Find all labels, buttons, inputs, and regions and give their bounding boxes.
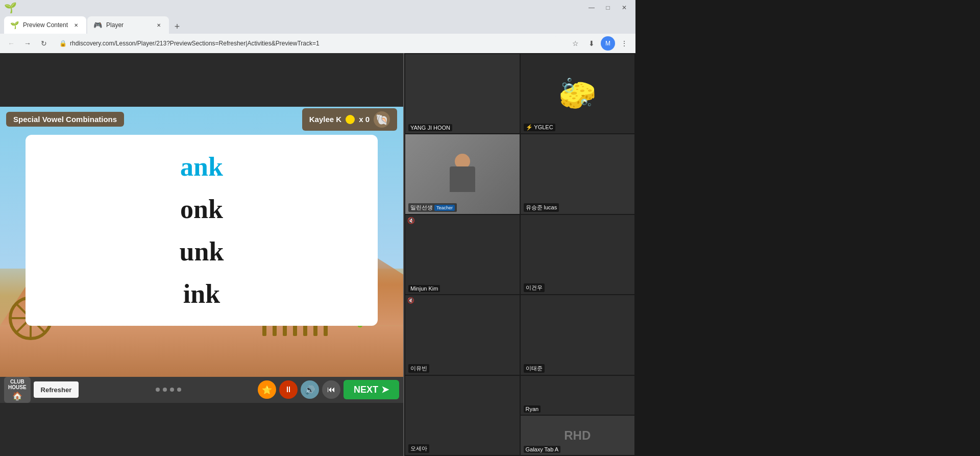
tab-label-player: Player: [106, 21, 124, 29]
participant-name-yang-ji-hoon: YANG JI HOON: [408, 124, 452, 131]
video-cell-lee-tae-joon: 이태준: [521, 295, 635, 374]
yglec-icon: ⚡: [526, 124, 533, 130]
word-unk[interactable]: unk: [180, 236, 224, 267]
coin-count: x 0: [359, 115, 370, 124]
game-area: Special Vowel Combinations Kaylee K x 0 …: [0, 53, 403, 456]
participant-name-lee-gun-woo: 이건우: [524, 283, 545, 292]
next-arrow-icon: ➤: [381, 384, 389, 395]
window-controls: — □ ✕: [584, 1, 631, 15]
forward-button[interactable]: →: [20, 36, 35, 51]
progress-dot-4: [177, 388, 181, 392]
maximize-button[interactable]: □: [601, 1, 615, 15]
skip-back-button[interactable]: ⏮: [322, 380, 340, 399]
url-field[interactable]: 🔒 rhdiscovery.com/Lesson/Player/213?Prev…: [53, 36, 562, 51]
coin-icon: [346, 115, 355, 124]
participant-name-galaxy-tab: Galaxy Tab A: [524, 446, 561, 453]
progress-dots: [82, 388, 255, 392]
video-placeholder-yang: [405, 54, 520, 133]
lock-icon: 🔒: [59, 40, 67, 47]
progress-dot-1: [156, 388, 160, 392]
video-placeholder-minjun: [405, 215, 520, 294]
video-cell-minjun: 🔇 Minjun Kim: [405, 215, 520, 294]
next-label: NEXT: [354, 385, 378, 395]
tabs-bar: 🌱 Preview Content ✕ 🎮 Player ✕ +: [0, 15, 635, 34]
teacher-video-display: [405, 134, 520, 213]
menu-button[interactable]: ⋮: [617, 36, 631, 51]
progress-dot-2: [163, 388, 167, 392]
tab-favicon-player: 🎮: [93, 21, 102, 29]
video-cell-yang-ji-hoon: YANG JI HOON: [405, 54, 520, 133]
next-button[interactable]: NEXT ➤: [344, 380, 399, 399]
video-cell-ryan: Ryan: [521, 376, 635, 415]
house-icon: 🏠: [12, 391, 22, 401]
tab-favicon-preview: 🌱: [10, 21, 19, 29]
tab-close-player[interactable]: ✕: [155, 21, 163, 29]
player-avatar: 🐚: [374, 111, 390, 128]
participant-name-lee-yu-bin: 이유빈: [408, 364, 429, 373]
video-placeholder-lucas: [521, 134, 635, 213]
app-logo: 🌱: [4, 2, 17, 14]
progress-dot-3: [170, 388, 174, 392]
participant-name-lee-tae-joon: 이태준: [524, 364, 545, 373]
tab-player[interactable]: 🎮 Player ✕: [87, 16, 169, 34]
black-sidebar: [635, 0, 980, 456]
participant-name-yglec: ⚡ YGLEC: [524, 124, 555, 131]
mic-muted-minjun: 🔇: [407, 217, 415, 224]
section-refresher-button[interactable]: Refresher: [34, 381, 79, 398]
participant-name-ryan: Ryan: [524, 405, 541, 413]
profile-button[interactable]: M: [601, 36, 615, 51]
word-ank[interactable]: ank: [180, 152, 223, 182]
video-cell-lee-gun-woo: 이건우: [521, 215, 635, 294]
star-button[interactable]: ⭐: [258, 380, 276, 399]
participant-name-teacher: 밀린선생 Teacher: [408, 203, 457, 212]
word-ink[interactable]: ink: [183, 279, 220, 309]
close-button[interactable]: ✕: [617, 1, 631, 15]
spongebob-avatar: 🧽: [558, 76, 597, 112]
lesson-title-label: Special Vowel Combinations: [6, 112, 124, 127]
browser-actions: ☆ ⬇ M ⋮: [568, 36, 631, 51]
refresh-button[interactable]: ↻: [37, 36, 51, 51]
mic-muted-lee-yu-bin: 🔇: [407, 297, 414, 304]
browser-window: 🌱 — □ ✕ 🌱 Preview Content ✕ 🎮 Player ✕ +…: [0, 0, 635, 456]
participant-name-oh-se-ah: 오세아: [408, 444, 429, 453]
participant-name-lucas: 유승준 lucas: [524, 203, 559, 212]
clubhouse-button[interactable]: CLUBHOUSE 🏠: [4, 377, 31, 403]
content-area: Special Vowel Combinations Kaylee K x 0 …: [0, 53, 635, 456]
video-cell-lee-yu-bin: 🔇 이유빈: [405, 295, 520, 374]
game-header: Special Vowel Combinations Kaylee K x 0 …: [0, 107, 403, 132]
video-cell-lucas: 유승준 lucas: [521, 134, 635, 213]
game-scene: Special Vowel Combinations Kaylee K x 0 …: [0, 107, 403, 377]
new-tab-button[interactable]: +: [170, 19, 184, 34]
pause-icon: ⏸: [284, 385, 292, 394]
back-button[interactable]: ←: [4, 36, 18, 51]
word-onk[interactable]: onk: [180, 194, 223, 224]
player-info-panel: Kaylee K x 0 🐚: [302, 108, 397, 131]
bottom-right-cells: Ryan RHD Galaxy Tab A: [521, 376, 635, 455]
address-bar: ← → ↻ 🔒 rhdiscovery.com/Lesson/Player/21…: [0, 34, 635, 53]
video-placeholder-lee-gun-woo: [521, 215, 635, 294]
video-cell-galaxy-tab: RHD Galaxy Tab A: [521, 416, 635, 455]
teacher-body: [450, 166, 475, 192]
game-frame: Special Vowel Combinations Kaylee K x 0 …: [0, 107, 403, 403]
video-placeholder-oh-se-ah: [405, 376, 520, 455]
teacher-silhouette: [447, 154, 478, 195]
teacher-badge: Teacher: [434, 205, 455, 211]
game-controls-bar: CLUBHOUSE 🏠 Refresher: [0, 377, 403, 403]
pause-button[interactable]: ⏸: [279, 380, 298, 399]
volume-button[interactable]: 🔊: [301, 380, 319, 399]
word-card: ank onk unk ink: [26, 135, 378, 326]
tab-close-preview[interactable]: ✕: [72, 21, 80, 29]
video-panel: YANG JI HOON 🧽 ⚡ YGLEC: [404, 53, 635, 456]
game-wrapper: Special Vowel Combinations Kaylee K x 0 …: [0, 53, 403, 456]
screenshot-button[interactable]: ⬇: [584, 36, 599, 51]
tab-preview-content[interactable]: 🌱 Preview Content ✕: [4, 16, 86, 34]
video-placeholder-lee-tae-joon: [521, 295, 635, 374]
clubhouse-label: CLUBHOUSE: [8, 379, 27, 390]
video-cell-oh-se-ah: 오세아: [405, 376, 520, 455]
galaxy-logo: RHD: [564, 428, 591, 443]
participant-name-minjun: Minjun Kim: [408, 285, 440, 292]
url-text: rhdiscovery.com/Lesson/Player/213?Previe…: [70, 40, 320, 47]
minimize-button[interactable]: —: [584, 1, 599, 15]
spongebob-display: 🧽: [521, 54, 635, 133]
bookmark-button[interactable]: ☆: [568, 36, 582, 51]
